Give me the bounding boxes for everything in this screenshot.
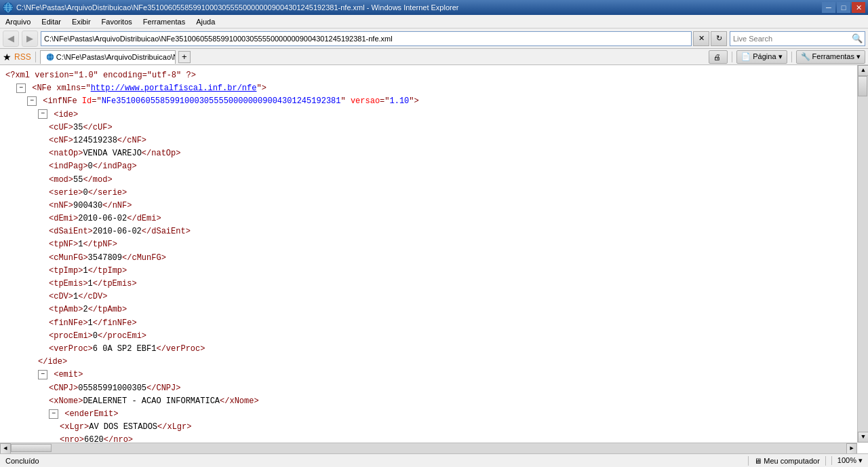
xml-line-serie: <serie>0</serie> [5, 187, 852, 200]
window-controls[interactable]: ─ □ ✕ [822, 2, 865, 13]
maximize-button[interactable]: □ [837, 2, 850, 13]
xml-id-val: NFe3510060558599100030555500000009004301… [102, 96, 341, 106]
ferramentas-button[interactable]: 🔧 Ferramentas ▾ [796, 50, 865, 64]
toolbar-divider-2 [732, 52, 732, 62]
add-tab-button[interactable]: + [178, 51, 191, 63]
address-input[interactable] [41, 31, 692, 46]
scroll-up-button[interactable]: ▲ [858, 65, 868, 76]
xml-line-enderemit: − <enderEmit> [5, 408, 852, 421]
search-button[interactable]: 🔍 [850, 32, 865, 45]
ide-collapse-btn[interactable]: − [38, 109, 47, 119]
xml-line-cdv: <cDV>1</cDV> [5, 291, 852, 303]
xml-line-xnome: <xNome>DEALERNET - ACAO INFORMATICA</xNo… [5, 395, 852, 408]
scroll-track-vertical[interactable] [858, 76, 868, 432]
xml-line-pi: <?xml version="1.0" encoding="utf-8" ?> [5, 69, 852, 82]
menu-bar: Arquivo Editar Exibir Favoritos Ferramen… [0, 15, 868, 29]
favorites-star-icon[interactable]: ★ [3, 52, 12, 62]
browser-tab[interactable]: C:\NFe\Pastas\ArquivoDistribuicao\NFe351… [40, 50, 176, 64]
back-button[interactable]: ◀ [3, 31, 19, 47]
minimize-button[interactable]: ─ [822, 2, 835, 13]
page-icon: 📄 [741, 52, 751, 61]
xml-line-nnf: <nNF>900430</nNF> [5, 200, 852, 212]
close-button[interactable]: ✕ [852, 2, 865, 13]
rss-icon[interactable]: RSS [14, 52, 31, 62]
xml-nfe-tag-open: <NFe xmlns=" [32, 83, 90, 93]
xml-nfe-tag-close: "> [256, 83, 266, 93]
xml-nfe-xmlns-link[interactable]: http://www.portalfiscal.inf.br/nfe [91, 83, 257, 93]
forward-button[interactable]: ▶ [22, 31, 38, 47]
xml-line-tpimp: <tpImp>1</tpImp> [5, 265, 852, 278]
menu-favoritos[interactable]: Favoritos [96, 16, 138, 27]
ie-icon [3, 2, 14, 13]
print-icon: 🖨 [713, 53, 721, 61]
menu-arquivo[interactable]: Arquivo [0, 16, 36, 27]
xml-line-emit: − <emit> [5, 369, 852, 381]
xml-infnfe-open: <infNFe [43, 96, 82, 106]
menu-ferramentas[interactable]: Ferramentas [138, 16, 191, 27]
xml-line-tpamb: <tpAmb>2</tpAmb> [5, 303, 852, 316]
xml-pi-text: <?xml version="1.0" encoding="utf-8" ?> [5, 71, 196, 80]
title-bar: C:\NFe\Pastas\ArquivoDistribuicao\NFe351… [0, 0, 868, 15]
xml-line-procemi: <procEmi>0</procEmi> [5, 330, 852, 343]
xml-cuf: <cUF> [49, 123, 73, 132]
xml-line-demi: <dEmi>2010-06-02</dEmi> [5, 212, 852, 225]
xml-versao-attr: versao [351, 96, 380, 106]
favorites-bar: ★ RSS C:\NFe\Pastas\ArquivoDistribuicao\… [0, 49, 868, 65]
content-wrapper: <?xml version="1.0" encoding="utf-8" ?> … [0, 65, 868, 443]
scroll-down-button[interactable]: ▼ [858, 432, 868, 443]
xml-line-cnpj: <CNPJ>05585991000305</CNPJ> [5, 382, 852, 395]
xml-line-ide-close: </ide> [5, 356, 852, 369]
xml-line-nfe: − <NFe xmlns="http://www.portalfiscal.in… [5, 82, 852, 95]
xml-line-verproc: <verProc>6 0A SP2 EBF1</verProc> [5, 343, 852, 356]
xml-line-mod: <mod>55</mod> [5, 174, 852, 187]
xml-line-infnfe: − <infNFe Id="NFe35100605585991000305555… [5, 95, 852, 108]
ferramentas-label: Ferramentas ▾ [812, 52, 861, 61]
xml-line-natop: <natOp>VENDA VAREJO</natOp> [5, 147, 852, 160]
refresh-button[interactable]: ↻ [711, 31, 727, 46]
toolbar-divider-1 [35, 52, 36, 62]
search-input[interactable] [730, 34, 850, 43]
print-button[interactable]: 🖨 [709, 50, 728, 64]
scroll-thumb-vertical[interactable] [858, 76, 867, 96]
xml-line-indpag: <indPag>0</indPag> [5, 160, 852, 173]
address-bar-container: ✕ ↻ [41, 31, 727, 46]
xml-content-area[interactable]: <?xml version="1.0" encoding="utf-8" ?> … [0, 65, 857, 443]
xml-line-cnf: <cNF>124519238</cNF> [5, 134, 852, 147]
nav-bar: ◀ ▶ ✕ ↻ 🔍 [0, 29, 868, 49]
tab-label: C:\NFe\Pastas\ArquivoDistribuicao\NFe351… [56, 53, 176, 61]
xml-line-cmunfg: <cMunFG>3547809</cMunFG> [5, 252, 852, 265]
xml-id-attr: Id [82, 96, 92, 106]
title-bar-left: C:\NFe\Pastas\ArquivoDistribuicao\NFe351… [3, 2, 458, 13]
xml-line-tpnf: <tpNF>1</tpNF> [5, 238, 852, 251]
menu-exibir[interactable]: Exibir [66, 16, 96, 27]
xml-line-finnfe: <finNFe>1</finNFe> [5, 317, 852, 330]
tools-icon: 🔧 [801, 52, 810, 61]
vertical-scrollbar[interactable]: ▲ ▼ [857, 65, 868, 443]
menu-ajuda[interactable]: Ajuda [191, 16, 220, 27]
xml-ide-open: <ide> [54, 110, 78, 119]
xml-versao-val: 1.10 [390, 96, 410, 106]
xml-line-xlgr: <xLgr>AV DOS ESTADOS</xLgr> [5, 421, 852, 434]
emit-collapse-btn[interactable]: − [38, 370, 47, 379]
pagina-label: Página ▾ [753, 52, 782, 61]
xml-line-nro: <nro>6620</nro> [5, 434, 852, 443]
xml-line-cuf: <cUF>35</cUF> [5, 122, 852, 134]
nfe-collapse-btn[interactable]: − [16, 83, 26, 93]
menu-editar[interactable]: Editar [36, 16, 66, 27]
xml-line-dsaient: <dSaiEnt>2010-06-02</dSaiEnt> [5, 225, 852, 238]
xml-line-ide: − <ide> [5, 109, 852, 122]
pagina-button[interactable]: 📄 Página ▾ [736, 50, 787, 64]
toolbar-divider-3 [791, 52, 792, 62]
tab-ie-icon [46, 53, 54, 61]
window-title: C:\NFe\Pastas\ArquivoDistribuicao\NFe351… [16, 3, 458, 12]
stop-button[interactable]: ✕ [693, 31, 709, 46]
search-container: 🔍 [730, 31, 865, 46]
enderemit-collapse-btn[interactable]: − [49, 409, 58, 419]
xml-line-tpemis: <tpEmis>1</tpEmis> [5, 278, 852, 291]
infnfe-collapse-btn[interactable]: − [27, 96, 37, 106]
